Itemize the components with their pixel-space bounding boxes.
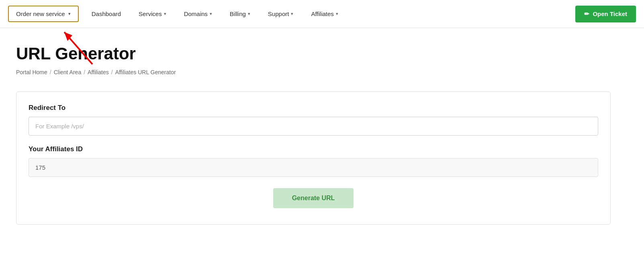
support-caret-icon: ▾ bbox=[291, 11, 293, 16]
breadcrumb-current: Affiliates URL Generator bbox=[115, 69, 176, 75]
form-card: Redirect To Your Affiliates ID Generate … bbox=[16, 91, 611, 225]
nav-item-support[interactable]: Support ▾ bbox=[259, 0, 303, 28]
affiliates-id-input[interactable] bbox=[29, 158, 598, 177]
generate-url-button[interactable]: Generate URL bbox=[273, 188, 354, 208]
nav-items: Dashboard Services ▾ Domains ▾ Billing ▾… bbox=[83, 0, 576, 28]
billing-caret-icon: ▾ bbox=[248, 11, 250, 16]
breadcrumb-portal-home[interactable]: Portal Home bbox=[16, 69, 47, 75]
open-ticket-button[interactable]: Open Ticket bbox=[575, 6, 636, 22]
breadcrumb-sep-2: / bbox=[84, 69, 85, 75]
breadcrumb-affiliates[interactable]: Affiliates bbox=[88, 69, 109, 75]
navbar: Order new service ▾ Dashboard Services ▾… bbox=[0, 0, 644, 28]
domains-caret-icon: ▾ bbox=[210, 11, 212, 16]
breadcrumb-sep-1: / bbox=[50, 69, 51, 75]
generate-url-label: Generate URL bbox=[292, 195, 335, 201]
order-new-service-label: Order new service bbox=[16, 10, 65, 17]
open-ticket-label: Open Ticket bbox=[593, 10, 627, 17]
nav-right: Open Ticket bbox=[575, 6, 636, 22]
breadcrumb-client-area[interactable]: Client Area bbox=[54, 69, 81, 75]
affiliates-caret-icon: ▾ bbox=[336, 11, 338, 16]
order-new-service-button[interactable]: Order new service ▾ bbox=[8, 6, 79, 22]
redirect-to-label: Redirect To bbox=[29, 104, 598, 112]
main-content: URL Generator Portal Home / Client Area … bbox=[0, 28, 627, 237]
page-title: URL Generator bbox=[16, 44, 611, 63]
order-caret-icon: ▾ bbox=[68, 11, 71, 16]
nav-item-services[interactable]: Services ▾ bbox=[130, 0, 175, 28]
nav-item-billing[interactable]: Billing ▾ bbox=[221, 0, 259, 28]
generate-btn-wrapper: Generate URL bbox=[29, 188, 598, 208]
pencil-icon bbox=[584, 10, 589, 18]
affiliates-id-label: Your Affiliates ID bbox=[29, 145, 598, 153]
services-caret-icon: ▾ bbox=[164, 11, 166, 16]
nav-item-affiliates[interactable]: Affiliates ▾ bbox=[302, 0, 347, 28]
breadcrumb: Portal Home / Client Area / Affiliates /… bbox=[16, 69, 611, 75]
nav-item-domains[interactable]: Domains ▾ bbox=[175, 0, 221, 28]
nav-item-dashboard[interactable]: Dashboard bbox=[83, 0, 130, 28]
breadcrumb-sep-3: / bbox=[111, 69, 113, 75]
redirect-to-input[interactable] bbox=[29, 117, 598, 136]
